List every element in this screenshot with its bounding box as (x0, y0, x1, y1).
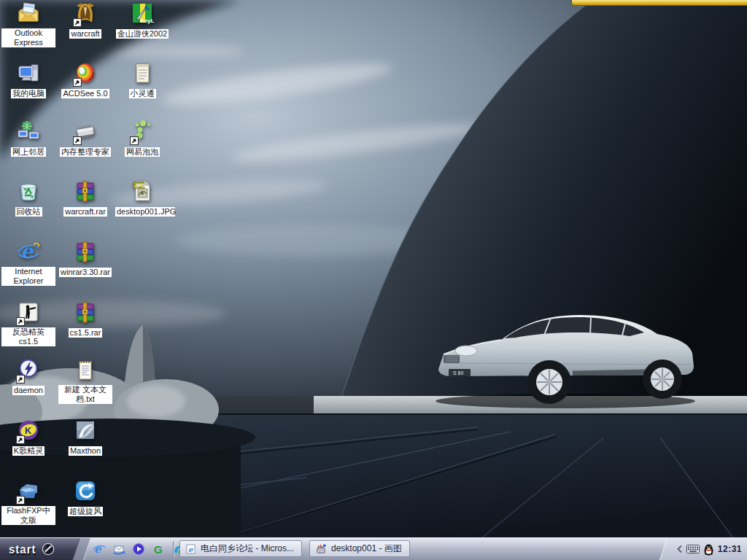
desktop-icon-blue-swirl[interactable]: 超级旋风 (58, 479, 112, 517)
icon-label: 网易泡泡 (125, 147, 160, 157)
acdsee-icon (73, 61, 98, 86)
icon-label: 回收站 (15, 207, 42, 217)
quicklaunch-outlook-express-icon[interactable] (112, 542, 126, 556)
svg-text:G: G (154, 543, 163, 556)
desktop-icon-recycle-bin[interactable]: 回收站 (1, 179, 55, 217)
desktop: S 80 Outlook Express warcr (0, 0, 747, 538)
start-label: start (9, 542, 36, 556)
shortcut-arrow-icon (16, 375, 25, 384)
ie-page-icon: e (186, 544, 196, 554)
blue-swirl-icon (73, 479, 98, 504)
counter-strike-icon (16, 300, 41, 325)
desktop-icon-k-player[interactable]: K K歌精灵 (1, 419, 55, 456)
tray-clock[interactable]: 12:31 (718, 544, 742, 554)
window-button-forum[interactable]: e 电白同乡论坛 - Micros... (179, 540, 302, 557)
desktop-icon-counter-strike[interactable]: 反恐精英cs1.5 (1, 300, 55, 347)
desktop-icon-memory-chip[interactable]: 内存整理专家 (58, 120, 112, 158)
system-tray: 12:31 (668, 538, 747, 560)
window-button-paint[interactable]: desktop001 - 画图 (309, 540, 410, 557)
collapse-chevron-icon[interactable] (676, 545, 683, 553)
outlook-express-icon (16, 1, 41, 26)
desktop-icon-network-places[interactable]: 网上邻居 (1, 120, 55, 158)
icon-label: daemon (12, 386, 44, 395)
rolled-window-strip[interactable] (571, 0, 747, 6)
shortcut-arrow-icon (130, 136, 139, 145)
svg-text:e: e (188, 545, 193, 553)
text-document-icon (73, 358, 98, 383)
quicklaunch-ie-icon[interactable]: e (92, 542, 107, 556)
desktop-icon-text-document[interactable]: 新建 文本文档.txt (58, 358, 112, 405)
desktop-icon-winrar-1[interactable]: warcraft.rar (58, 179, 112, 217)
icon-label: 金山游侠2002 (116, 29, 169, 39)
icon-label: 小灵通 (129, 89, 156, 98)
icon-label: desktop001.JPG (115, 207, 175, 217)
winrar-archive-icon (73, 240, 98, 265)
jpg-file-icon: JPG (130, 179, 155, 204)
desktop-icon-acdsee[interactable]: ACDSee 5.0 (58, 61, 112, 99)
winrar-archive-icon (73, 300, 98, 325)
icon-label: 网上邻居 (11, 147, 46, 157)
desktop-icon-internet-explorer[interactable]: e Internet Explorer (1, 240, 55, 287)
keyboard-icon[interactable] (686, 545, 700, 553)
keyl-sword-icon: KeyL (130, 1, 155, 26)
icon-label: warcraft.rar (63, 207, 107, 217)
desktop-icon-jpg-file[interactable]: JPG desktop001.JPG (115, 179, 169, 217)
notepad-icon (130, 61, 155, 86)
internet-explorer-icon: e (16, 240, 41, 265)
my-computer-icon (16, 61, 41, 86)
memory-chip-icon (73, 120, 98, 144)
icon-label: 超级旋风 (68, 507, 103, 516)
icon-label: winrar3.30.rar (59, 268, 112, 277)
k-player-icon: K (16, 419, 41, 443)
icon-label: warcraft (69, 29, 101, 39)
blue-folder-icon (16, 479, 41, 504)
start-emblem-icon (42, 542, 55, 556)
icon-label: Internet Explorer (1, 267, 55, 286)
start-button[interactable]: start (0, 538, 80, 560)
shortcut-arrow-icon (16, 435, 25, 444)
svg-text:e: e (20, 240, 34, 262)
paint-icon (316, 543, 327, 554)
svg-text:KeyL: KeyL (140, 18, 154, 24)
desktop-icon-winrar-2[interactable]: winrar3.30.rar (58, 240, 112, 278)
network-places-icon (16, 120, 41, 144)
icon-label: 新建 文本文档.txt (58, 385, 112, 404)
desktop-icon-keyl[interactable]: KeyL 金山游侠2002 (115, 1, 169, 39)
quicklaunch-media-player-icon[interactable] (131, 542, 146, 556)
desktop-icon-green-bubbles[interactable]: 网易泡泡 (115, 120, 169, 158)
desktop-icon-warcraft[interactable]: warcraft (58, 1, 112, 39)
winrar-archive-icon (73, 179, 98, 204)
icon-label: FlashFXP中文版 (1, 506, 55, 525)
icon-label: cs1.5.rar (69, 328, 103, 338)
svg-text:JPG: JPG (135, 183, 146, 188)
maxthon-icon (73, 419, 98, 443)
shortcut-arrow-icon (73, 18, 82, 27)
svg-text:K: K (25, 425, 32, 436)
shortcut-arrow-icon (16, 496, 25, 505)
window-title: 电白同乡论坛 - Micros... (201, 542, 294, 555)
green-bubbles-icon (130, 120, 155, 144)
shortcut-arrow-icon (16, 317, 25, 326)
desktop-icon-daemon-tools[interactable]: daemon (1, 358, 55, 396)
recycle-bin-icon (16, 179, 41, 204)
icon-label: 反恐精英cs1.5 (1, 327, 55, 346)
svg-text:e: e (94, 542, 102, 556)
daemon-tools-icon (16, 358, 41, 383)
icon-label: Outlook Express (1, 28, 55, 47)
icon-label: 我的电脑 (11, 89, 46, 98)
desktop-icon-my-computer[interactable]: 我的电脑 (1, 61, 55, 99)
window-title: desktop001 - 画图 (331, 542, 402, 555)
quick-launch-bar: e G (92, 538, 185, 560)
warcraft-icon (73, 1, 98, 26)
icon-label: Maxthon (69, 446, 102, 456)
desktop-icon-blue-folder[interactable]: FlashFXP中文版 (1, 479, 55, 526)
desktop-icon-outlook-express[interactable]: Outlook Express (1, 1, 55, 48)
icon-label: 内存整理专家 (60, 147, 111, 157)
qq-penguin-icon[interactable] (703, 543, 714, 556)
icon-label: ACDSee 5.0 (61, 89, 109, 98)
desktop-icon-maxthon[interactable]: Maxthon (58, 419, 112, 456)
icon-label: K歌精灵 (12, 446, 44, 456)
quicklaunch-greenbrowser-icon[interactable]: G (151, 542, 166, 556)
desktop-icon-winrar-3[interactable]: cs1.5.rar (58, 300, 112, 338)
desktop-icon-notepad[interactable]: 小灵通 (115, 61, 169, 99)
